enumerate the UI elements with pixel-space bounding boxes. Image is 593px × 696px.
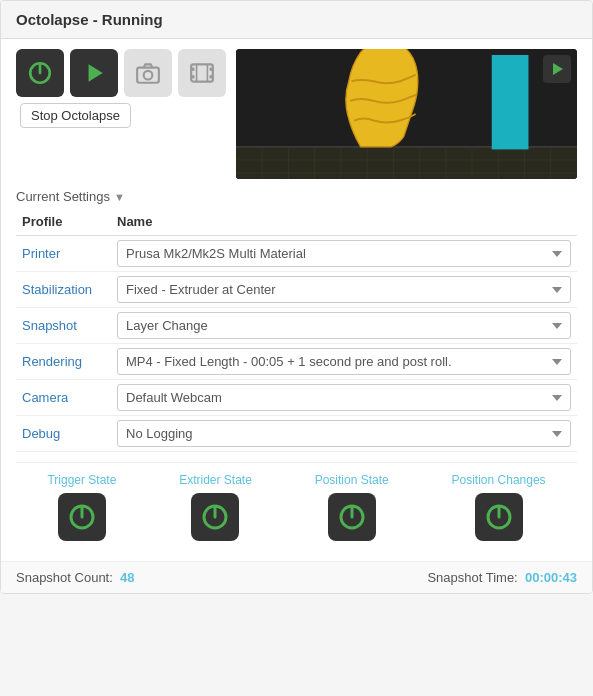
extruder-state-item: Extrider State xyxy=(179,473,252,541)
position-state-button[interactable] xyxy=(328,493,376,541)
profile-label-stabilization: Stabilization xyxy=(16,272,111,308)
play-icon xyxy=(81,60,107,86)
settings-row-printer: PrinterPrusa Mk2/Mk2S Multi Material xyxy=(16,236,577,272)
select-camera[interactable]: Default Webcam xyxy=(117,384,571,411)
svg-rect-8 xyxy=(210,68,213,71)
stop-octolapse-button[interactable]: Stop Octolapse xyxy=(20,103,131,128)
svg-rect-6 xyxy=(191,68,194,71)
power-icon xyxy=(27,60,53,86)
current-settings-label: Current Settings xyxy=(16,189,110,204)
snapshot-count-container: Snapshot Count: 48 xyxy=(16,570,135,585)
position-changes-label: Position Changes xyxy=(452,473,546,487)
profile-label-printer: Printer xyxy=(16,236,111,272)
svg-rect-30 xyxy=(492,55,529,149)
snapshot-count-value: 48 xyxy=(120,570,134,585)
select-debug[interactable]: No Logging xyxy=(117,420,571,447)
svg-marker-2 xyxy=(89,64,103,81)
camera-icon xyxy=(135,60,161,86)
play-button[interactable] xyxy=(70,49,118,97)
page-title: Octolapse - Running xyxy=(16,11,577,28)
extruder-state-button[interactable] xyxy=(191,493,239,541)
profile-label-rendering: Rendering xyxy=(16,344,111,380)
profile-label-camera: Camera xyxy=(16,380,111,416)
extruder-state-label: Extrider State xyxy=(179,473,252,487)
settings-row-snapshot: SnapshotLayer Change xyxy=(16,308,577,344)
select-printer[interactable]: Prusa Mk2/Mk2S Multi Material xyxy=(117,240,571,267)
select-stabilization[interactable]: Fixed - Extruder at Center xyxy=(117,276,571,303)
profile-select-cell-camera: Default Webcam xyxy=(111,380,577,416)
power-button[interactable] xyxy=(16,49,64,97)
settings-row-camera: CameraDefault Webcam xyxy=(16,380,577,416)
profile-label-snapshot: Snapshot xyxy=(16,308,111,344)
current-settings-arrow: ▼ xyxy=(114,191,125,203)
profile-col-header: Profile xyxy=(16,210,111,236)
snapshot-time-container: Snapshot Time: 00:00:43 xyxy=(427,570,577,585)
film-icon xyxy=(189,60,215,86)
trigger-power-icon xyxy=(67,502,97,532)
video-play-overlay[interactable] xyxy=(543,55,571,83)
svg-rect-9 xyxy=(210,75,213,78)
profile-select-cell-snapshot: Layer Change xyxy=(111,308,577,344)
profile-label-debug: Debug xyxy=(16,416,111,452)
profile-select-cell-rendering: MP4 - Fixed Length - 00:05 + 1 second pr… xyxy=(111,344,577,380)
settings-table: Profile Name PrinterPrusa Mk2/Mk2S Multi… xyxy=(16,210,577,452)
settings-row-debug: DebugNo Logging xyxy=(16,416,577,452)
svg-point-4 xyxy=(144,71,153,80)
position-power-icon xyxy=(337,502,367,532)
settings-row-stabilization: StabilizationFixed - Extruder at Center xyxy=(16,272,577,308)
position-changes-button[interactable] xyxy=(475,493,523,541)
info-bar: Snapshot Count: 48 Snapshot Time: 00:00:… xyxy=(1,561,592,593)
svg-marker-31 xyxy=(553,63,563,75)
trigger-state-item: Trigger State xyxy=(47,473,116,541)
svg-rect-5 xyxy=(191,64,213,81)
select-rendering[interactable]: MP4 - Fixed Length - 00:05 + 1 second pr… xyxy=(117,348,571,375)
video-preview xyxy=(236,49,577,179)
current-settings-toggle[interactable]: Current Settings ▼ xyxy=(16,189,125,204)
position-state-label: Position State xyxy=(315,473,389,487)
extruder-power-icon xyxy=(200,502,230,532)
profile-select-cell-debug: No Logging xyxy=(111,416,577,452)
name-col-header: Name xyxy=(111,210,577,236)
render-button[interactable] xyxy=(178,49,226,97)
svg-rect-7 xyxy=(191,75,194,78)
video-play-icon xyxy=(549,61,565,77)
profile-select-cell-printer: Prusa Mk2/Mk2S Multi Material xyxy=(111,236,577,272)
position-state-item: Position State xyxy=(315,473,389,541)
svg-rect-13 xyxy=(236,147,577,179)
snapshot-time-label: Snapshot Time: xyxy=(427,570,517,585)
select-snapshot[interactable]: Layer Change xyxy=(117,312,571,339)
snapshot-time-value: 00:00:43 xyxy=(525,570,577,585)
position-changes-power-icon xyxy=(484,502,514,532)
settings-row-rendering: RenderingMP4 - Fixed Length - 00:05 + 1 … xyxy=(16,344,577,380)
snapshot-count-label: Snapshot Count: xyxy=(16,570,113,585)
profile-select-cell-stabilization: Fixed - Extruder at Center xyxy=(111,272,577,308)
camera-button[interactable] xyxy=(124,49,172,97)
state-section: Trigger State Extrider State xyxy=(16,462,577,541)
trigger-state-button[interactable] xyxy=(58,493,106,541)
trigger-state-label: Trigger State xyxy=(47,473,116,487)
position-changes-item: Position Changes xyxy=(452,473,546,541)
